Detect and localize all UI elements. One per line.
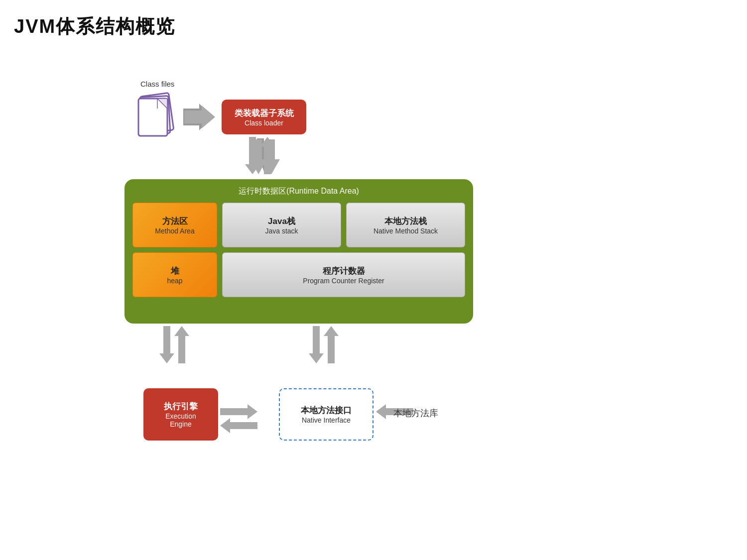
svg-marker-10 xyxy=(260,137,275,174)
runtime-data-area: 运行时数据区(Runtime Data Area) 方法区 Method Are… xyxy=(124,179,473,324)
svg-marker-16 xyxy=(220,418,257,433)
svg-marker-14 xyxy=(324,326,339,363)
class-loader-box: 类装载器子系统 Class loader xyxy=(222,100,306,134)
file-icon xyxy=(133,91,178,145)
method-area-box: 方法区 Method Area xyxy=(132,203,217,247)
svg-marker-5 xyxy=(257,138,269,172)
native-interface-box: 本地方法接口 Native Interface xyxy=(279,388,374,441)
svg-marker-8 xyxy=(263,139,280,174)
class-files-label: Class files xyxy=(140,80,174,88)
svg-marker-15 xyxy=(220,404,257,419)
heap-box: 堆 heap xyxy=(132,252,217,297)
svg-marker-7 xyxy=(250,139,267,174)
svg-marker-6 xyxy=(184,106,215,128)
runtime-area-title: 运行时数据区(Runtime Data Area) xyxy=(132,186,465,197)
svg-marker-13 xyxy=(309,326,324,363)
native-lib-label: 本地方法库 xyxy=(393,407,438,419)
native-stack-box: 本地方法栈 Native Method Stack xyxy=(346,203,465,247)
page-title: JVM体系结构概览 xyxy=(14,14,175,39)
svg-marker-9 xyxy=(245,137,260,174)
java-stack-box: Java栈 Java stack xyxy=(222,203,341,247)
svg-marker-4 xyxy=(183,104,212,130)
pc-box: 程序计数器 Program Counter Register xyxy=(222,252,465,297)
svg-marker-11 xyxy=(159,326,174,363)
exec-engine-box: 执行引擎 Execution Engine xyxy=(143,388,218,441)
svg-marker-12 xyxy=(174,326,189,363)
